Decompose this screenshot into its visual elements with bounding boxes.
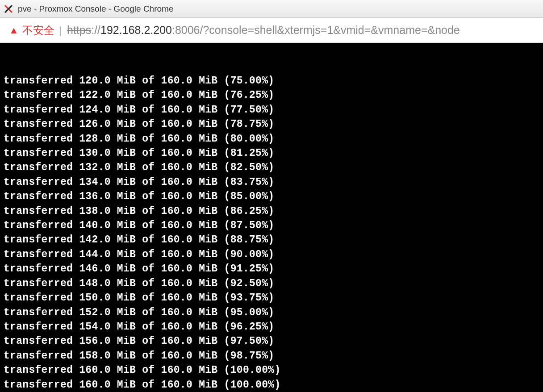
terminal-line: transferred 150.0 MiB of 160.0 MiB (93.7… [4,291,539,305]
window-title: pve - Proxmox Console - Google Chrome [18,4,173,14]
addressbar-divider: | [59,24,62,37]
terminal-line: transferred 130.0 MiB of 160.0 MiB (81.2… [4,146,539,160]
terminal-line: transferred 132.0 MiB of 160.0 MiB (82.5… [4,160,539,175]
terminal-line: transferred 158.0 MiB of 160.0 MiB (98.7… [4,349,539,363]
terminal-line: transferred 124.0 MiB of 160.0 MiB (77.5… [4,103,539,117]
url-separator: :// [91,24,100,36]
url-text: https://192.168.2.200:8006/?console=shel… [67,24,460,37]
insecure-label: 不安全 [22,23,54,38]
terminal-line: transferred 122.0 MiB of 160.0 MiB (76.2… [4,88,539,102]
url-protocol: https [67,24,91,36]
terminal-line: transferred 148.0 MiB of 160.0 MiB (92.5… [4,276,539,291]
terminal-output[interactable]: transferred 120.0 MiB of 160.0 MiB (75.0… [0,43,543,392]
terminal-line: transferred 120.0 MiB of 160.0 MiB (75.0… [4,74,539,88]
terminal-line: transferred 142.0 MiB of 160.0 MiB (88.7… [4,233,539,247]
terminal-line: transferred 144.0 MiB of 160.0 MiB (90.0… [4,247,539,262]
terminal-line: transferred 160.0 MiB of 160.0 MiB (100.… [4,363,539,377]
terminal-line: transferred 156.0 MiB of 160.0 MiB (97.5… [4,334,539,348]
terminal-line: transferred 160.0 MiB of 160.0 MiB (100.… [4,378,539,392]
terminal-line: transferred 126.0 MiB of 160.0 MiB (78.7… [4,117,539,131]
browser-address-bar[interactable]: ▲ 不安全 | https://192.168.2.200:8006/?cons… [0,18,543,43]
url-port: :8006 [172,24,200,36]
terminal-line: transferred 146.0 MiB of 160.0 MiB (91.2… [4,262,539,276]
terminal-line: transferred 140.0 MiB of 160.0 MiB (87.5… [4,218,539,233]
insecure-warning-icon: ▲ [9,25,19,36]
terminal-line: transferred 136.0 MiB of 160.0 MiB (85.0… [4,189,539,204]
url-host: 192.168.2.200 [100,24,172,36]
window-close-icon[interactable] [4,4,13,14]
terminal-line: transferred 134.0 MiB of 160.0 MiB (83.7… [4,175,539,189]
terminal-line: transferred 138.0 MiB of 160.0 MiB (86.2… [4,204,539,218]
terminal-line: transferred 154.0 MiB of 160.0 MiB (96.2… [4,320,539,334]
url-path: /?console=shell&xtermjs=1&vmid=&vmname=&… [200,24,460,36]
terminal-line: transferred 128.0 MiB of 160.0 MiB (80.0… [4,132,539,146]
window-titlebar: pve - Proxmox Console - Google Chrome [0,0,543,18]
terminal-line: transferred 152.0 MiB of 160.0 MiB (95.0… [4,305,539,320]
